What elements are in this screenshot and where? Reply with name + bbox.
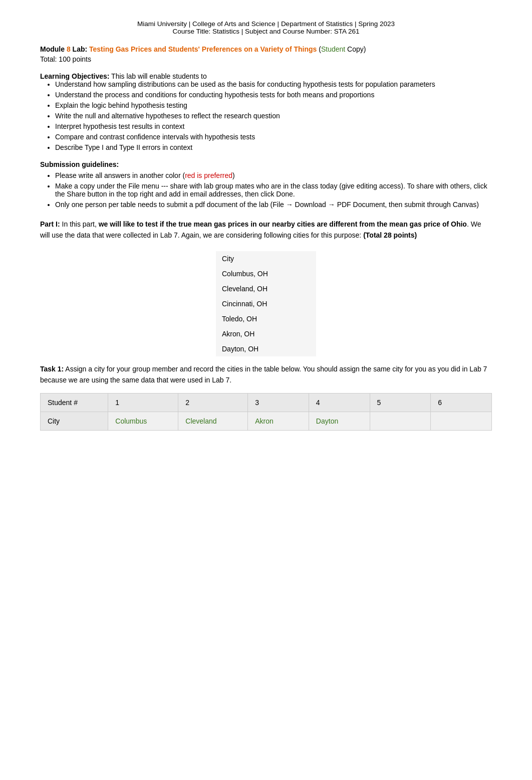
sg-title: Submission guidelines: — [40, 160, 492, 168]
header-line1: Miami University | College of Arts and S… — [40, 20, 492, 28]
city-val-5 — [370, 412, 431, 430]
task1-section: Task 1: Assign a city for your group mem… — [40, 363, 492, 431]
list-item: Explain the logic behind hypothesis test… — [55, 101, 492, 109]
city-table-container: City Columbus, OH Cleveland, OH Cincinna… — [216, 251, 316, 356]
list-item: Please write all answers in another colo… — [55, 171, 492, 179]
table-row: Dayton, OH — [216, 341, 316, 356]
city-val-3: Akron — [248, 412, 309, 430]
city-val-4: Dayton — [309, 412, 370, 430]
title-suffix: ( — [317, 45, 321, 53]
submission-guidelines-section: Submission guidelines: Please write all … — [40, 160, 492, 209]
student-num-4: 4 — [309, 393, 370, 412]
list-item: Understand the process and conditions fo… — [55, 91, 492, 99]
table-row: City — [216, 251, 316, 266]
list-item: Understand how sampling distributions ca… — [55, 80, 492, 88]
student-num-3: 3 — [248, 393, 309, 412]
student-num-6: 6 — [431, 393, 492, 412]
city-val-6 — [431, 412, 492, 430]
list-item: Compare and contrast confidence interval… — [55, 133, 492, 141]
part-i-total: (Total 28 points) — [363, 231, 417, 239]
table-row: Cincinnati, OH — [216, 296, 316, 311]
sg-item1-red: red is preferred — [185, 171, 232, 179]
city-cell: Columbus, OH — [216, 266, 316, 281]
module-title-orange: Testing Gas Prices and Students' Prefere… — [89, 45, 317, 53]
table-row: Columbus, OH — [216, 266, 316, 281]
header-line2: Course Title: Statistics | Subject and C… — [40, 28, 492, 35]
city-cell: Cleveland, OH — [216, 281, 316, 296]
part-i-section: Part I: In this part, we will like to te… — [40, 219, 492, 241]
city-row-label: City — [41, 412, 108, 430]
module-number: 8 — [67, 45, 71, 53]
lab-label: Lab: — [71, 45, 89, 53]
table-row: Student # 1 2 3 4 5 6 — [41, 393, 492, 412]
sg-list: Please write all answers in another colo… — [40, 171, 492, 209]
city-val-1: Columbus — [108, 412, 178, 430]
student-header-label: Student # — [41, 393, 108, 412]
list-item: Write the null and alternative hypothese… — [55, 112, 492, 120]
list-item: Only one person per table needs to submi… — [55, 201, 492, 209]
city-header: City — [216, 251, 316, 266]
city-cell: Cincinnati, OH — [216, 296, 316, 311]
part-i-label: Part I: — [40, 220, 60, 228]
city-cell: Toledo, OH — [216, 311, 316, 326]
lo-intro: This lab will enable students to — [109, 72, 206, 80]
student-num-1: 1 — [108, 393, 178, 412]
list-item: Describe Type I and Type II errors in co… — [55, 143, 492, 151]
copy-label: Copy) — [345, 45, 366, 53]
module-title: Module 8 Lab: Testing Gas Prices and Stu… — [40, 45, 492, 53]
task1-intro: Task 1: Assign a city for your group mem… — [40, 363, 492, 386]
part-i-intro: In this part, — [60, 220, 99, 228]
learning-objectives-section: Learning Objectives: This lab will enabl… — [40, 72, 492, 151]
total-points: Total: 100 points — [40, 55, 492, 63]
student-num-5: 5 — [370, 393, 431, 412]
city-val-2: Cleveland — [178, 412, 248, 430]
module-label: Module — [40, 45, 67, 53]
city-cell: Akron, OH — [216, 326, 316, 341]
table-row: Cleveland, OH — [216, 281, 316, 296]
student-green: Student — [321, 45, 345, 53]
table-row: Toledo, OH — [216, 311, 316, 326]
lo-title: Learning Objectives: — [40, 72, 109, 80]
table-row: Akron, OH — [216, 326, 316, 341]
student-num-2: 2 — [178, 393, 248, 412]
part-i-bold: we will like to test if the true mean ga… — [99, 220, 467, 228]
list-item: Make a copy under the File menu --- shar… — [55, 182, 492, 198]
city-table: City Columbus, OH Cleveland, OH Cincinna… — [216, 251, 316, 356]
student-table: Student # 1 2 3 4 5 6 City Columbus Clev… — [40, 393, 492, 431]
learning-objectives-header: Learning Objectives: This lab will enabl… — [40, 72, 492, 80]
sg-item1-before: Please write all answers in another colo… — [55, 171, 185, 179]
city-cell: Dayton, OH — [216, 341, 316, 356]
sg-item1-after: ) — [232, 171, 235, 179]
task1-label: Task 1: — [40, 365, 64, 373]
lo-list: Understand how sampling distributions ca… — [40, 80, 492, 151]
task1-text: Assign a city for your group member and … — [40, 365, 487, 384]
list-item: Interpret hypothesis test results in con… — [55, 122, 492, 130]
table-row: City Columbus Cleveland Akron Dayton — [41, 412, 492, 430]
header: Miami University | College of Arts and S… — [40, 20, 492, 35]
